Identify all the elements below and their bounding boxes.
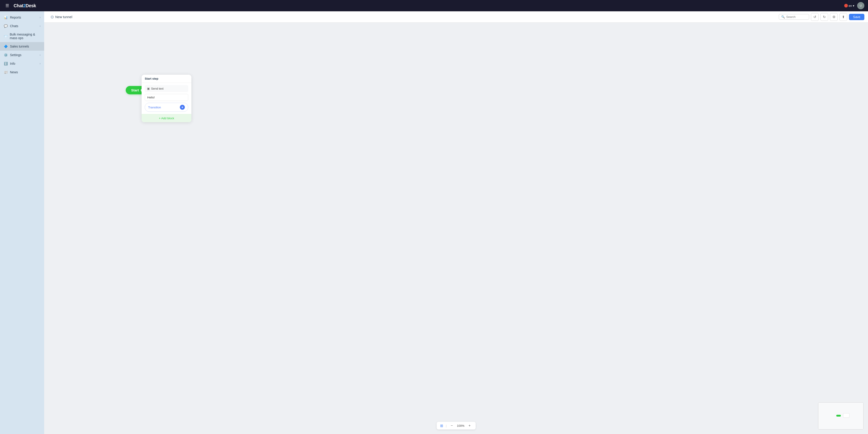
sidebar-label-bulk: Bulk messaging & mass ops bbox=[10, 33, 40, 40]
canvas-settings-button[interactable]: ⚙ bbox=[830, 13, 838, 21]
sidebar-label-news: News bbox=[10, 70, 18, 74]
mini-map-step-card bbox=[843, 413, 849, 418]
news-icon: 📰 bbox=[4, 70, 8, 74]
sidebar-item-bulk[interactable]: 📨 Bulk messaging & mass ops bbox=[0, 30, 44, 42]
sidebar-label-sales-tunnels: Sales tunnels bbox=[10, 44, 29, 48]
info-chevron-icon: › bbox=[40, 62, 40, 65]
settings-icon: ⚙️ bbox=[4, 53, 8, 57]
top-header: ☰ Chat2Desk en ▾ U bbox=[0, 0, 868, 11]
main-layout: 📊 Reports › 💬 Chats › 📨 Bulk messaging &… bbox=[0, 11, 868, 434]
back-arrow-icon: ⊙ bbox=[51, 14, 54, 20]
reports-chevron-icon: › bbox=[40, 16, 40, 19]
header-right: en ▾ U bbox=[844, 2, 864, 9]
sales-tunnels-icon: 🔷 bbox=[4, 44, 8, 48]
sub-header: ⊙ New tunnel 🔍 ↺ ↻ ⚙ ⬆ bbox=[44, 11, 868, 23]
back-button[interactable]: ⊙ New tunnel bbox=[48, 13, 75, 21]
sidebar-item-news[interactable]: 📰 News bbox=[0, 68, 44, 76]
step-card-header: Start step bbox=[142, 75, 191, 83]
grid-icon: ⊞ bbox=[440, 424, 443, 428]
redo-button[interactable]: ↻ bbox=[820, 13, 828, 21]
send-text-icon: ▣ bbox=[147, 87, 150, 90]
step-card-body: ▣ Send text Hello! Transition + bbox=[142, 83, 191, 114]
breadcrumb: ⊙ New tunnel bbox=[48, 13, 75, 21]
language-selector[interactable]: en ▾ bbox=[844, 4, 855, 7]
transition-label: Transition bbox=[148, 106, 161, 109]
mini-map-content bbox=[818, 403, 863, 429]
start-node-label: Start bbox=[131, 88, 139, 92]
reports-icon: 📊 bbox=[4, 15, 8, 20]
flow-canvas[interactable]: Start Start step ▣ Send text Hello! bbox=[44, 23, 868, 434]
info-icon: ℹ️ bbox=[4, 62, 8, 66]
message-text: Hello! bbox=[147, 96, 155, 99]
step-card: Start step ▣ Send text Hello! Transition… bbox=[142, 75, 191, 122]
flag-icon bbox=[844, 4, 848, 7]
settings-chevron-icon: › bbox=[40, 54, 40, 57]
send-text-label: Send text bbox=[151, 87, 163, 90]
add-block-label: + Add block bbox=[159, 116, 174, 120]
lang-chevron-icon: ▾ bbox=[853, 4, 855, 7]
zoom-level: 100% bbox=[457, 424, 464, 428]
redo-icon: ↻ bbox=[823, 15, 826, 19]
undo-button[interactable]: ↺ bbox=[811, 13, 818, 21]
sidebar-label-chats: Chats bbox=[10, 24, 18, 28]
sidebar-item-sales-tunnels[interactable]: 🔷 Sales tunnels bbox=[0, 42, 44, 51]
lang-label: en bbox=[849, 4, 852, 7]
zoom-out-button[interactable]: − bbox=[450, 423, 454, 428]
sidebar-item-settings[interactable]: ⚙️ Settings › bbox=[0, 51, 44, 59]
send-text-row: ▣ Send text bbox=[145, 85, 188, 92]
bottom-toolbar: ⊞ | − 100% + bbox=[436, 422, 475, 430]
avatar-initials: U bbox=[860, 4, 862, 7]
save-button[interactable]: Save bbox=[849, 14, 864, 20]
content-area: ⊙ New tunnel 🔍 ↺ ↻ ⚙ ⬆ bbox=[44, 11, 868, 434]
page-title: New tunnel bbox=[55, 15, 72, 19]
message-content: Hello! bbox=[145, 94, 188, 101]
divider: | bbox=[446, 424, 446, 428]
chats-chevron-icon: › bbox=[40, 25, 40, 28]
canvas-settings-icon: ⚙ bbox=[832, 15, 835, 19]
bulk-icon: 📨 bbox=[4, 34, 7, 38]
hamburger-button[interactable]: ☰ bbox=[4, 2, 11, 9]
app-logo: Chat2Desk bbox=[13, 3, 36, 8]
sidebar-label-info: Info bbox=[10, 62, 15, 65]
search-box[interactable]: 🔍 bbox=[779, 14, 809, 20]
user-avatar[interactable]: U bbox=[857, 2, 864, 9]
share-button[interactable]: ⬆ bbox=[839, 13, 847, 21]
transition-button[interactable]: Transition + bbox=[145, 103, 188, 112]
toolbar-right: 🔍 ↺ ↻ ⚙ ⬆ Save bbox=[779, 13, 864, 21]
sidebar: 📊 Reports › 💬 Chats › 📨 Bulk messaging &… bbox=[0, 11, 44, 434]
step-card-title: Start step bbox=[145, 77, 158, 80]
undo-icon: ↺ bbox=[813, 15, 816, 19]
transition-plus-icon: + bbox=[180, 105, 185, 110]
sidebar-item-info[interactable]: ℹ️ Info › bbox=[0, 59, 44, 68]
search-icon: 🔍 bbox=[781, 15, 785, 19]
mini-map bbox=[818, 402, 864, 430]
search-input[interactable] bbox=[786, 15, 807, 19]
sidebar-item-chats[interactable]: 💬 Chats › bbox=[0, 22, 44, 30]
zoom-in-button[interactable]: + bbox=[467, 423, 472, 428]
mini-map-start-node bbox=[836, 415, 841, 416]
share-icon: ⬆ bbox=[842, 15, 845, 19]
sidebar-label-reports: Reports bbox=[10, 15, 21, 19]
canvas-area: Start Start step ▣ Send text Hello! bbox=[44, 23, 868, 434]
add-block-button[interactable]: + Add block bbox=[142, 114, 191, 122]
sidebar-item-reports[interactable]: 📊 Reports › bbox=[0, 13, 44, 22]
chats-icon: 💬 bbox=[4, 24, 8, 28]
sidebar-label-settings: Settings bbox=[10, 53, 22, 57]
